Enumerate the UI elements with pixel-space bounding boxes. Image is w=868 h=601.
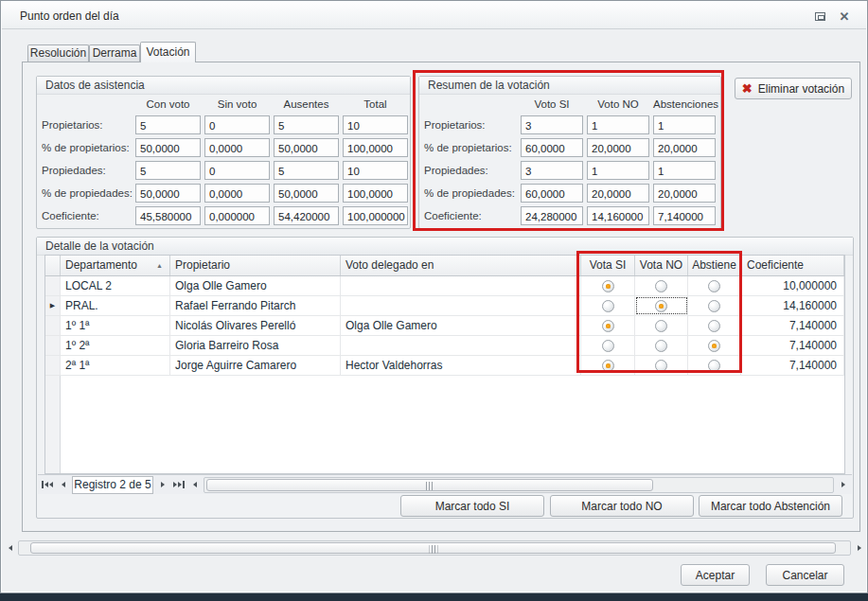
value-field[interactable]: 60,0000	[521, 184, 583, 203]
column-header-vota-si[interactable]: Vota SI	[581, 256, 635, 275]
radio-abstiene[interactable]	[688, 336, 741, 355]
mark-all-yes-button[interactable]: Marcar todo SI	[400, 495, 544, 517]
titlebar[interactable]: Punto orden del día ✕	[2, 2, 866, 29]
restore-button[interactable]	[811, 9, 828, 24]
value-field[interactable]: 100,0000	[343, 184, 408, 203]
value-field[interactable]: 45,580000	[135, 206, 201, 225]
value-field[interactable]: 5	[135, 115, 201, 134]
radio-vota-no[interactable]	[635, 276, 688, 295]
radio-vota-no[interactable]	[635, 316, 688, 335]
radio-vota-si[interactable]	[581, 316, 635, 335]
mark-all-abstention-button[interactable]: Marcar todo Abstención	[699, 495, 842, 517]
value-field[interactable]: 14,160000	[587, 206, 649, 225]
cell-propietario[interactable]: Gloria Barreiro Rosa	[170, 336, 341, 355]
dialog-scroll-left-button[interactable]	[3, 540, 17, 557]
radio-vota-si[interactable]	[581, 356, 635, 375]
cell-delegado[interactable]	[341, 296, 581, 315]
column-header-coeficiente[interactable]: Coeficiente	[741, 256, 844, 275]
prev-record-button[interactable]	[56, 477, 70, 493]
cell-coeficiente[interactable]: 7,140000	[741, 336, 844, 355]
value-field[interactable]: 5	[274, 161, 339, 180]
grid-scroll-left-button[interactable]	[187, 477, 202, 493]
grid-scroll-right-button[interactable]	[836, 477, 850, 493]
first-record-button[interactable]	[40, 477, 54, 493]
value-field[interactable]: 10	[343, 115, 408, 134]
value-field[interactable]: 1	[587, 115, 649, 134]
cell-delegado[interactable]: Olga Olle Gamero	[341, 316, 581, 335]
value-field[interactable]: 100,000000	[343, 206, 408, 225]
cell-propietario[interactable]: Rafael Ferrando Pitarch	[170, 296, 341, 315]
cancel-button[interactable]: Cancelar	[766, 564, 844, 586]
radio-vota-no[interactable]	[635, 296, 688, 315]
radio-vota-si[interactable]	[581, 276, 635, 295]
value-field[interactable]: 50,0000	[135, 184, 201, 203]
value-field[interactable]: 100,0000	[343, 138, 408, 157]
value-field[interactable]: 0	[204, 115, 270, 134]
radio-vota-si[interactable]	[581, 336, 635, 355]
column-header-abstiene[interactable]: Abstiene	[688, 256, 741, 275]
mark-all-no-button[interactable]: Marcar todo NO	[550, 495, 694, 517]
cell-departamento[interactable]: 1º 2ª	[61, 336, 170, 355]
value-field[interactable]: 54,420000	[274, 206, 339, 225]
value-field[interactable]: 10	[343, 161, 408, 180]
radio-vota-no[interactable]	[635, 356, 688, 375]
value-field[interactable]: 0,0000	[204, 138, 270, 157]
accept-button[interactable]: Aceptar	[681, 564, 750, 586]
cell-coeficiente[interactable]: 14,160000	[741, 296, 844, 315]
next-record-button[interactable]	[155, 477, 169, 493]
radio-vota-si[interactable]	[581, 296, 635, 315]
tab-votacion[interactable]: Votación	[140, 42, 196, 62]
value-field[interactable]: 1	[653, 115, 716, 134]
value-field[interactable]: 50,0000	[274, 184, 339, 203]
cell-propietario[interactable]: Olga Olle Gamero	[170, 276, 341, 295]
column-header-propietario[interactable]: Propietario	[170, 256, 341, 275]
value-field[interactable]: 5	[274, 115, 339, 134]
grid-scrollbar-thumb[interactable]	[206, 479, 653, 491]
value-field[interactable]: 20,0000	[653, 184, 716, 203]
value-field[interactable]: 1	[653, 161, 716, 180]
value-field[interactable]: 7,140000	[653, 206, 716, 225]
last-record-button[interactable]	[171, 477, 186, 493]
cell-propietario[interactable]: Nicolás Olivares Perelló	[170, 316, 341, 335]
radio-abstiene[interactable]	[688, 276, 741, 295]
cell-coeficiente[interactable]: 10,000000	[741, 276, 844, 295]
column-header-vota-no[interactable]: Vota NO	[635, 256, 688, 275]
grid-horizontal-scrollbar[interactable]	[204, 477, 834, 493]
dialog-scrollbar-track[interactable]	[18, 540, 851, 556]
value-field[interactable]: 0,0000	[204, 184, 270, 203]
cell-departamento[interactable]: 1º 1ª	[61, 316, 170, 335]
column-header-departamento[interactable]: Departamento ▲	[61, 256, 170, 275]
radio-abstiene[interactable]	[688, 296, 741, 315]
value-field[interactable]: 20,0000	[653, 138, 716, 157]
cell-propietario[interactable]: Jorge Aguirre Camarero	[170, 356, 341, 375]
value-field[interactable]: 3	[521, 161, 583, 180]
column-header-voto-delegado[interactable]: Voto delegado en	[341, 256, 581, 275]
cell-departamento[interactable]: PRAL.	[61, 296, 170, 315]
radio-abstiene[interactable]	[688, 356, 741, 375]
value-field[interactable]: 3	[521, 115, 583, 134]
dialog-scrollbar-thumb[interactable]	[30, 542, 836, 554]
cell-delegado[interactable]: Hector Valdehorras	[341, 356, 581, 375]
cell-departamento[interactable]: 2ª 1ª	[61, 356, 170, 375]
value-field[interactable]: 5	[135, 161, 201, 180]
value-field[interactable]: 20,0000	[587, 138, 649, 157]
value-field[interactable]: 0,000000	[204, 206, 270, 225]
value-field[interactable]: 1	[587, 161, 649, 180]
value-field[interactable]: 20,0000	[587, 184, 649, 203]
tab-resolucion[interactable]: Resolución	[27, 44, 89, 62]
cell-delegado[interactable]	[341, 336, 581, 355]
cell-coeficiente[interactable]: 7,140000	[741, 356, 844, 375]
cell-coeficiente[interactable]: 7,140000	[741, 316, 844, 335]
cell-departamento[interactable]: LOCAL 2	[61, 276, 170, 295]
radio-abstiene[interactable]	[688, 316, 741, 335]
value-field[interactable]: 50,0000	[135, 138, 201, 157]
value-field[interactable]: 60,0000	[521, 138, 583, 157]
value-field[interactable]: 24,280000	[521, 206, 583, 225]
value-field[interactable]: 50,0000	[274, 138, 339, 157]
cell-delegado[interactable]	[341, 276, 581, 295]
delete-vote-button[interactable]: ✖ Eliminar votación	[735, 78, 852, 99]
value-field[interactable]: 0	[204, 161, 270, 180]
radio-vota-no[interactable]	[635, 336, 688, 355]
tab-derrama[interactable]: Derrama	[89, 44, 140, 62]
close-button[interactable]: ✕	[836, 9, 853, 24]
